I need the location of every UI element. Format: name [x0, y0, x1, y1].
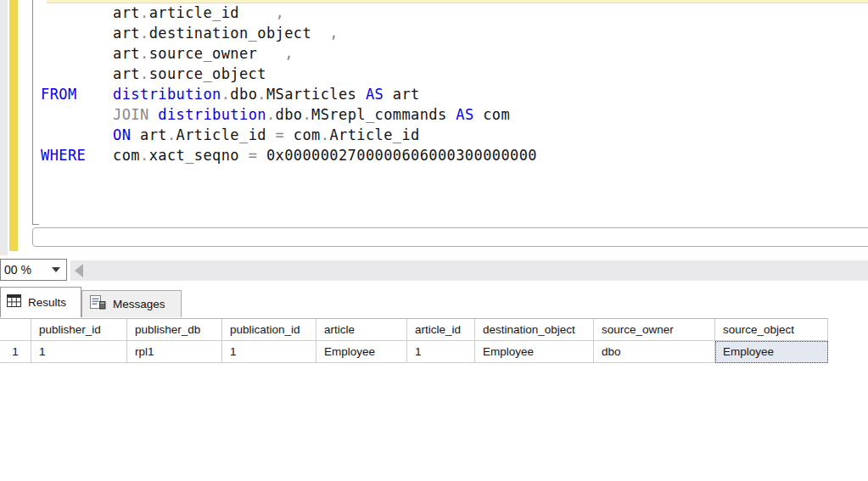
sql-code[interactable]: art.article_id , art.destination_object … [41, 3, 537, 165]
column-header-publisher_id[interactable]: publisher_id [31, 319, 127, 341]
column-header-article_id[interactable]: article_id [407, 319, 475, 341]
grid-corner-cell[interactable] [0, 319, 31, 341]
grid-cell[interactable]: 1 [31, 341, 127, 363]
code-line[interactable]: JOIN distribution.dbo.MSrepl_commands AS… [41, 104, 537, 125]
table-row: 11rpl11Employee1EmployeedboEmployee [0, 341, 828, 363]
editor-zoom-value: 00 % [1, 263, 52, 277]
grid-cell[interactable]: Employee [475, 341, 594, 363]
grid-header-row: publisher_idpublisher_dbpublication_idar… [0, 319, 828, 341]
grid-cell[interactable]: 1 [222, 341, 316, 363]
code-line[interactable]: ON art.Article_id = com.Article_id [41, 125, 537, 145]
code-line[interactable]: art.source_owner , [41, 43, 537, 64]
column-header-destination_object[interactable]: destination_object [475, 319, 594, 341]
selected-cell[interactable]: Employee [715, 341, 828, 363]
grid-cell[interactable]: Employee [316, 341, 407, 363]
editor-indicator-margin[interactable] [0, 0, 8, 255]
code-line[interactable]: art.source_object [41, 64, 537, 84]
tab-messages[interactable]: Messages [81, 290, 182, 317]
grid-cell[interactable]: dbo [594, 341, 715, 363]
sql-editor[interactable]: art.article_id , art.destination_object … [0, 0, 868, 255]
grid-cell[interactable]: 1 [407, 341, 475, 363]
chevron-down-icon[interactable] [52, 267, 60, 272]
code-line[interactable]: art.destination_object , [41, 23, 537, 43]
results-grid: publisher_idpublisher_dbpublication_idar… [0, 318, 828, 363]
empty-outline-box [32, 227, 868, 247]
track-changes-bar [9, 0, 18, 251]
results-grid-icon [7, 294, 21, 310]
code-line[interactable]: FROM distribution.dbo.MSarticles AS art [41, 84, 537, 104]
grid-cell[interactable]: rpl1 [127, 341, 222, 363]
row-header[interactable]: 1 [0, 341, 31, 363]
code-line[interactable]: WHERE com.xact_seqno = 0x000000270000060… [41, 145, 537, 165]
code-line[interactable]: art.article_id , [41, 3, 537, 23]
horizontal-scrollbar[interactable] [70, 260, 868, 281]
column-header-publication_id[interactable]: publication_id [222, 319, 316, 341]
column-header-source_object[interactable]: source_object [715, 319, 828, 341]
scroll-left-arrow-icon[interactable] [75, 264, 83, 277]
column-header-source_owner[interactable]: source_owner [594, 319, 715, 341]
tab-results-label: Results [28, 296, 66, 309]
column-header-publisher_db[interactable]: publisher_db [127, 319, 222, 341]
messages-icon [90, 295, 106, 313]
editor-zoom-select[interactable]: 00 % [0, 259, 67, 281]
column-header-article[interactable]: article [316, 319, 407, 341]
ssms-window: art.article_id , art.destination_object … [0, 0, 868, 481]
outlining-region-end [32, 224, 39, 225]
tab-results[interactable]: Results [0, 287, 81, 317]
outlining-guide-line [32, 0, 33, 225]
tab-messages-label: Messages [113, 298, 165, 310]
